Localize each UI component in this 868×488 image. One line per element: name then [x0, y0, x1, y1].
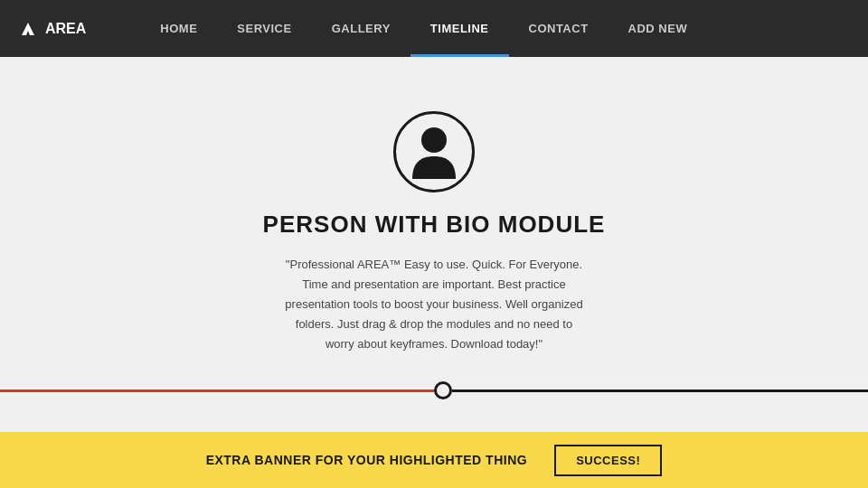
timeline-dot	[434, 381, 452, 399]
banner-text: EXTRA BANNER FOR YOUR HIGHLIGHTED THING	[206, 453, 528, 467]
brand-name: AREA	[45, 21, 86, 37]
section-title: PERSON WITH BIO MODULE	[263, 211, 606, 239]
logo-icon	[18, 19, 38, 39]
brand-logo[interactable]: AREA	[18, 19, 86, 39]
nav-link-gallery[interactable]: GALLERY	[312, 0, 410, 57]
navbar: AREA HOME SERVICE GALLERY TIMELINE CONTA…	[0, 0, 868, 57]
nav-link-timeline[interactable]: TIMELINE	[410, 0, 509, 57]
nav-link-service[interactable]: SERVICE	[217, 0, 311, 57]
timeline	[0, 381, 868, 399]
banner-button[interactable]: SUCCESS!	[554, 445, 662, 476]
nav-link-contact[interactable]: CONTACT	[509, 0, 609, 57]
main-content: PERSON WITH BIO MODULE "Professional ARE…	[0, 57, 868, 432]
nav-link-home[interactable]: HOME	[140, 0, 217, 57]
nav-links: HOME SERVICE GALLERY TIMELINE CONTACT AD…	[140, 0, 707, 57]
svg-point-0	[421, 127, 447, 153]
nav-link-add-new[interactable]: ADD NEW	[609, 0, 708, 57]
timeline-line-left	[0, 389, 434, 392]
timeline-line-right	[452, 389, 868, 392]
bottom-banner: EXTRA BANNER FOR YOUR HIGHLIGHTED THING …	[0, 432, 868, 488]
avatar	[393, 111, 475, 192]
bio-text: "Professional AREA™ Easy to use. Quick. …	[285, 255, 583, 354]
